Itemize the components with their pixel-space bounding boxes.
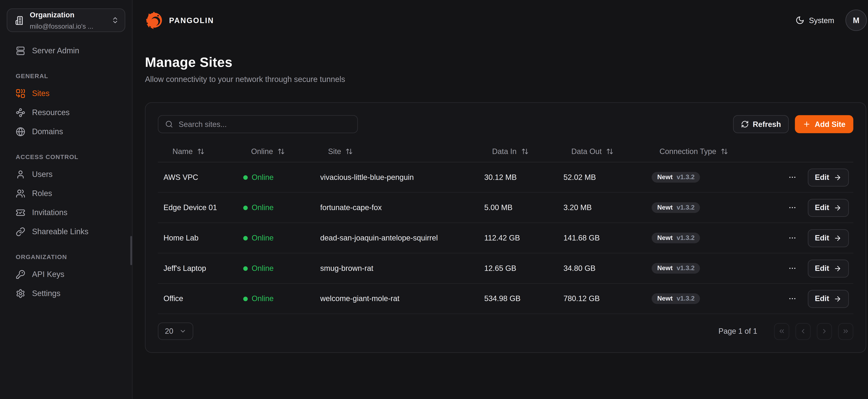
page-subtitle: Allow connectivity to your network throu… (145, 75, 867, 84)
globe-icon (16, 127, 25, 136)
sidebar-item-shareable-links[interactable]: Shareable Links (7, 222, 125, 241)
row-menu-button[interactable] (787, 233, 797, 243)
online-status: Online (236, 203, 312, 212)
sidebar-item-label: Settings (32, 289, 60, 298)
topbar: PANGOLIN System M (133, 0, 868, 40)
edit-button[interactable]: Edit (808, 229, 849, 247)
status-dot (243, 206, 248, 210)
sidebar-nav: Server Admin GENERAL Sites Resources Do (7, 41, 125, 303)
refresh-button[interactable]: Refresh (733, 115, 789, 133)
page-indicator: Page 1 of 1 (718, 327, 757, 335)
row-menu-button[interactable] (787, 202, 797, 213)
section-label-access-control: ACCESS CONTROL (7, 153, 125, 160)
sidebar-item-settings[interactable]: Settings (7, 284, 125, 303)
building-icon (15, 16, 25, 25)
avatar-initial: M (853, 16, 860, 25)
connection-badge: Newtv1.3.2 (652, 202, 700, 213)
sidebar-item-roles[interactable]: Roles (7, 184, 125, 203)
site-slug: smug-brown-rat (312, 264, 476, 273)
waypoints-icon (16, 108, 25, 117)
sidebar: Organization milo@fossorial.io's ... Ser… (0, 0, 133, 399)
brand: PANGOLIN (145, 10, 214, 30)
edit-button[interactable]: Edit (808, 198, 849, 217)
column-header-name[interactable]: Name (158, 147, 236, 156)
refresh-icon (741, 120, 749, 128)
search-input[interactable] (178, 119, 351, 129)
chevron-down-icon (179, 328, 186, 335)
connection-badge: Newtv1.3.2 (652, 233, 700, 243)
column-header-online[interactable]: Online (236, 147, 312, 156)
combine-icon (16, 89, 25, 98)
connection-badge: Newtv1.3.2 (652, 293, 700, 304)
column-header-data-out[interactable]: Data Out (556, 147, 644, 156)
add-site-button[interactable]: Add Site (795, 115, 854, 133)
section-label-organization: ORGANIZATION (7, 253, 125, 260)
data-out: 3.20 MB (556, 203, 644, 212)
column-header-site[interactable]: Site (312, 147, 476, 156)
sidebar-item-api-keys[interactable]: API Keys (7, 265, 125, 284)
status-dot (243, 296, 248, 301)
link-icon (16, 227, 25, 236)
row-actions: Edit (783, 198, 853, 217)
sidebar-item-label: Users (32, 170, 53, 179)
org-selector[interactable]: Organization milo@fossorial.io's ... (7, 8, 125, 32)
topbar-right: System M (796, 9, 868, 31)
row-menu-button[interactable] (787, 172, 797, 183)
edit-button[interactable]: Edit (808, 259, 849, 277)
row-menu-button[interactable] (787, 293, 797, 304)
org-title: Organization (30, 10, 74, 19)
table-row: Home Lab Online dead-san-joaquin-antelop… (158, 223, 853, 253)
next-page-button[interactable] (817, 323, 832, 340)
section-label-general: GENERAL (7, 72, 125, 79)
data-in: 12.65 GB (476, 264, 556, 273)
site-name: Home Lab (158, 234, 236, 242)
theme-toggle-button[interactable]: System (796, 16, 834, 25)
sidebar-item-label: Domains (32, 127, 63, 136)
data-out: 52.02 MB (556, 173, 644, 182)
column-header-connection-type[interactable]: Connection Type (644, 147, 783, 156)
table-header-row: Name Online Site Data In (158, 141, 853, 162)
site-name: Edge Device 01 (158, 203, 236, 212)
previous-page-button[interactable] (796, 323, 810, 340)
data-in: 534.98 GB (476, 295, 556, 303)
sidebar-item-invitations[interactable]: Invitations (7, 203, 125, 222)
column-header-data-in[interactable]: Data In (476, 147, 556, 156)
sidebar-item-resources[interactable]: Resources (7, 103, 125, 122)
edit-button[interactable]: Edit (808, 289, 849, 308)
online-status: Online (236, 295, 312, 303)
sidebar-item-label: Shareable Links (32, 227, 88, 236)
sidebar-scrollbar-thumb[interactable] (130, 236, 132, 265)
online-status: Online (236, 264, 312, 273)
online-status: Online (236, 234, 312, 242)
connection-badge: Newtv1.3.2 (652, 172, 700, 183)
sites-table-card: Refresh Add Site Name (145, 102, 866, 353)
connection-type-cell: Newtv1.3.2 (644, 263, 783, 274)
connection-type-cell: Newtv1.3.2 (644, 233, 783, 243)
users-icon (16, 189, 25, 198)
status-dot (243, 266, 248, 271)
table-row: Office Online welcome-giant-mole-rat 534… (158, 284, 853, 314)
page-size-select[interactable]: 20 (158, 323, 193, 340)
edit-button[interactable]: Edit (808, 168, 849, 186)
status-dot (243, 175, 248, 180)
sidebar-item-domains[interactable]: Domains (7, 122, 125, 141)
brand-name: PANGOLIN (169, 16, 214, 25)
sort-icon (278, 148, 285, 155)
data-in: 30.12 MB (476, 173, 556, 182)
first-page-button[interactable] (774, 323, 789, 340)
row-menu-button[interactable] (787, 263, 797, 273)
row-actions: Edit (783, 259, 853, 277)
arrow-right-icon (834, 234, 841, 242)
page-size-value: 20 (165, 327, 174, 335)
avatar[interactable]: M (845, 9, 867, 31)
arrow-right-icon (834, 204, 841, 212)
table-row: Edge Device 01 Online fortunate-cape-fox… (158, 193, 853, 223)
data-in: 5.00 MB (476, 203, 556, 212)
page-title: Manage Sites (145, 55, 867, 70)
last-page-button[interactable] (838, 323, 853, 340)
sidebar-item-server-admin[interactable]: Server Admin (7, 41, 125, 60)
org-subtitle: milo@fossorial.io's ... (30, 22, 93, 30)
sidebar-item-sites[interactable]: Sites (7, 84, 125, 103)
sidebar-item-users[interactable]: Users (7, 164, 125, 184)
site-slug: dead-san-joaquin-antelope-squirrel (312, 234, 476, 242)
